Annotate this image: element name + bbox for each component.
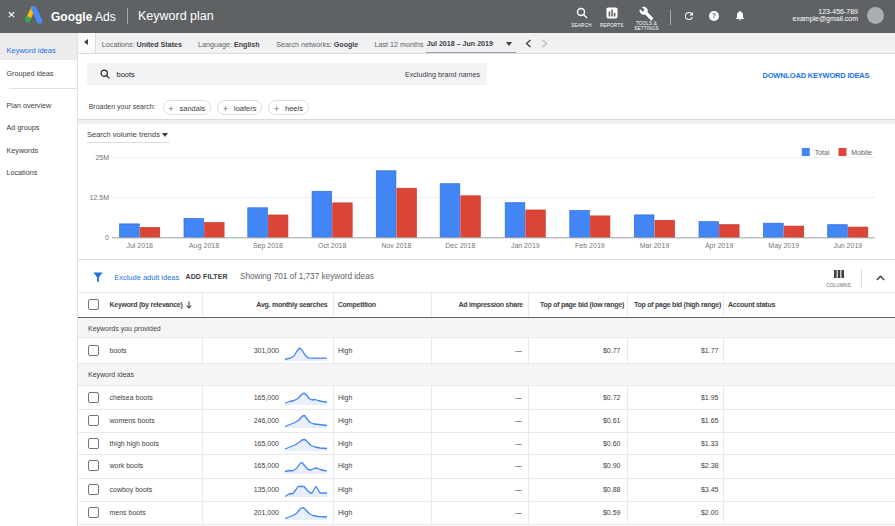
- svg-text:0: 0: [105, 234, 109, 241]
- svg-text:12.5M: 12.5M: [90, 194, 110, 201]
- svg-text:Feb 2019: Feb 2019: [575, 241, 605, 248]
- svg-text:Oct 2018: Oct 2018: [318, 241, 347, 248]
- svg-text:Mobile: Mobile: [851, 148, 872, 155]
- svg-text:Total: Total: [815, 148, 830, 155]
- svg-text:Dec 2018: Dec 2018: [445, 241, 475, 248]
- svg-text:May 2019: May 2019: [768, 241, 799, 249]
- svg-text:Jan 2019: Jan 2019: [511, 241, 540, 248]
- svg-text:Apr 2019: Apr 2019: [705, 241, 734, 249]
- svg-text:Jun 2019: Jun 2019: [833, 241, 862, 248]
- svg-text:Jul 2018: Jul 2018: [126, 241, 153, 248]
- svg-text:Nov 2018: Nov 2018: [381, 241, 411, 248]
- svg-text:Mar 2019: Mar 2019: [640, 241, 670, 248]
- svg-text:25M: 25M: [95, 154, 109, 161]
- svg-text:Sep 2018: Sep 2018: [253, 241, 283, 249]
- svg-text:?: ?: [712, 12, 716, 19]
- svg-text:Aug 2018: Aug 2018: [189, 241, 219, 249]
